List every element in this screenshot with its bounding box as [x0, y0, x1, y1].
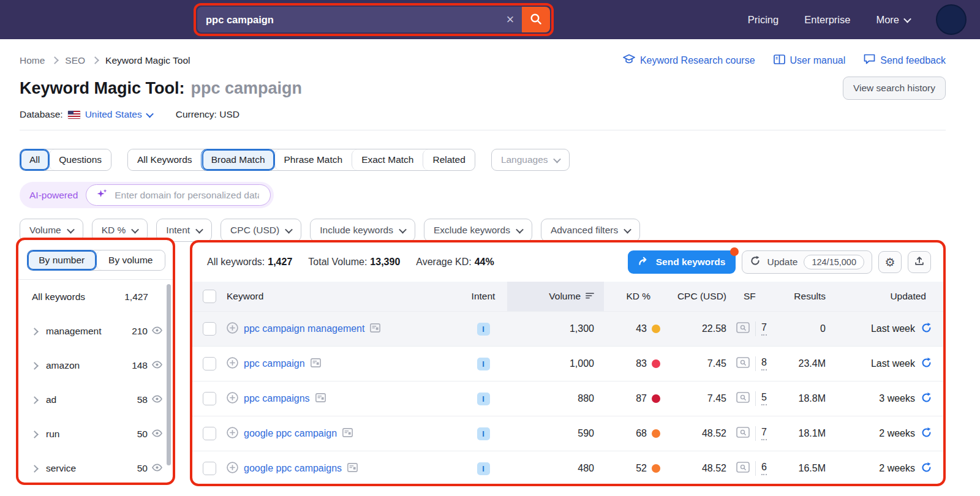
ads-preview-icon[interactable]	[736, 392, 750, 405]
serp-preview-icon[interactable]	[315, 393, 326, 405]
ads-preview-icon[interactable]	[736, 462, 750, 475]
group-item-ad[interactable]: ad 58	[18, 383, 173, 417]
add-keyword-icon[interactable]	[227, 322, 238, 336]
search-button[interactable]	[522, 7, 550, 32]
serp-features-count[interactable]: 7	[761, 427, 767, 440]
update-button[interactable]: Update 124/15,000	[742, 250, 872, 274]
tab-all[interactable]: All	[20, 149, 49, 170]
tab-all-keywords[interactable]: All Keywords	[128, 149, 202, 170]
send-keywords-button[interactable]: Send keywords	[628, 250, 736, 274]
by-number-tab[interactable]: By number	[28, 250, 96, 270]
breadcrumb-seo[interactable]: SEO	[65, 55, 85, 66]
languages-dropdown[interactable]: Languages	[491, 149, 570, 171]
table-settings-button[interactable]: ⚙	[878, 251, 902, 273]
row-checkbox[interactable]	[203, 427, 216, 440]
select-all-checkbox[interactable]	[203, 290, 216, 303]
feedback-bubble-icon	[864, 54, 875, 67]
column-kd[interactable]: KD %	[604, 282, 664, 311]
add-keyword-icon[interactable]	[227, 392, 238, 406]
intent-badge[interactable]: I	[477, 427, 490, 440]
tab-related[interactable]: Related	[423, 149, 474, 170]
row-checkbox[interactable]	[203, 462, 216, 475]
export-button[interactable]	[908, 251, 931, 273]
filter-include-keywords[interactable]: Include keywords	[310, 219, 415, 242]
add-keyword-icon[interactable]	[227, 357, 238, 371]
tab-broad-match[interactable]: Broad Match	[202, 149, 274, 170]
ads-preview-icon[interactable]	[736, 427, 750, 440]
serp-features-count[interactable]: 5	[761, 392, 767, 405]
eye-icon[interactable]	[151, 429, 163, 440]
domain-input[interactable]	[113, 189, 260, 201]
serp-preview-icon[interactable]	[342, 428, 353, 440]
refresh-icon[interactable]	[921, 357, 932, 371]
all-keywords-row[interactable]: All keywords 1,427	[18, 280, 173, 314]
by-volume-tab[interactable]: By volume	[96, 250, 165, 270]
add-keyword-icon[interactable]	[227, 427, 238, 441]
column-keyword[interactable]: Keyword	[227, 282, 459, 311]
refresh-icon[interactable]	[921, 392, 932, 406]
serp-features-count[interactable]: 8	[761, 357, 767, 370]
view-search-history-button[interactable]: View search history	[843, 77, 946, 100]
intent-badge[interactable]: I	[477, 462, 490, 475]
group-item-management[interactable]: management 210	[18, 314, 173, 348]
filter-exclude-keywords[interactable]: Exclude keywords	[424, 219, 532, 242]
row-checkbox[interactable]	[203, 357, 216, 370]
breadcrumb-home[interactable]: Home	[20, 55, 45, 66]
tab-phrase-match[interactable]: Phrase Match	[274, 149, 352, 170]
keyword-link[interactable]: ppc campaign	[244, 358, 305, 369]
column-intent[interactable]: Intent	[459, 282, 507, 311]
column-updated[interactable]: Updated	[827, 282, 943, 311]
send-feedback-link[interactable]: Send feedback	[864, 54, 946, 67]
clear-search-icon[interactable]: ×	[499, 7, 522, 32]
group-item-run[interactable]: run 50	[18, 417, 173, 451]
sidebar-scrollbar[interactable]	[167, 284, 171, 465]
eye-icon[interactable]	[151, 394, 163, 406]
intent-badge[interactable]: I	[477, 358, 490, 370]
tab-questions[interactable]: Questions	[49, 149, 111, 170]
database-selector[interactable]: United States	[68, 109, 153, 120]
column-sf[interactable]: SF	[729, 282, 777, 311]
keyword-link[interactable]: ppc campaign management	[244, 323, 364, 334]
expand-chevron-icon[interactable]	[31, 465, 39, 473]
column-volume[interactable]: Volume	[507, 282, 604, 311]
group-item-amazon[interactable]: amazon 148	[18, 348, 173, 383]
nav-enterprise[interactable]: Enterprise	[804, 14, 850, 26]
row-checkbox[interactable]	[203, 322, 216, 336]
refresh-icon[interactable]	[921, 427, 932, 441]
expand-chevron-icon[interactable]	[31, 430, 39, 438]
add-keyword-icon[interactable]	[227, 462, 238, 476]
keyword-link[interactable]: google ppc campaigns	[244, 463, 342, 474]
serp-preview-icon[interactable]	[347, 463, 358, 475]
column-cpc[interactable]: CPC (USD)	[664, 282, 729, 311]
avatar[interactable]	[936, 4, 967, 35]
serp-features-count[interactable]: 7	[761, 322, 767, 336]
expand-chevron-icon[interactable]	[31, 362, 39, 370]
keyword-link[interactable]: google ppc campaign	[244, 428, 337, 439]
filter-advanced[interactable]: Advanced filters	[541, 219, 640, 242]
refresh-icon[interactable]	[921, 322, 932, 336]
nav-pricing[interactable]: Pricing	[748, 14, 778, 26]
nav-more[interactable]: More	[876, 14, 910, 26]
eye-icon[interactable]	[151, 463, 163, 475]
column-results[interactable]: Results	[777, 282, 827, 311]
keyword-search-input[interactable]	[197, 7, 499, 32]
group-item-service[interactable]: service 50	[18, 451, 173, 485]
tab-exact-match[interactable]: Exact Match	[352, 149, 423, 170]
serp-features-count[interactable]: 6	[761, 462, 767, 475]
serp-preview-icon[interactable]	[370, 323, 380, 335]
intent-badge[interactable]: I	[477, 323, 490, 336]
keyword-link[interactable]: ppc campaigns	[244, 393, 310, 404]
expand-chevron-icon[interactable]	[31, 396, 39, 404]
intent-badge[interactable]: I	[477, 393, 490, 405]
refresh-icon[interactable]	[921, 462, 932, 476]
eye-icon[interactable]	[151, 360, 163, 372]
expand-chevron-icon[interactable]	[31, 328, 39, 336]
eye-icon[interactable]	[151, 326, 163, 337]
keyword-research-course-link[interactable]: Keyword Research course	[623, 54, 755, 67]
ads-preview-icon[interactable]	[736, 322, 750, 336]
filter-cpc[interactable]: CPC (USD)	[221, 219, 301, 242]
serp-preview-icon[interactable]	[311, 358, 321, 370]
row-checkbox[interactable]	[203, 392, 216, 405]
user-manual-link[interactable]: User manual	[774, 54, 846, 67]
ads-preview-icon[interactable]	[736, 357, 750, 370]
